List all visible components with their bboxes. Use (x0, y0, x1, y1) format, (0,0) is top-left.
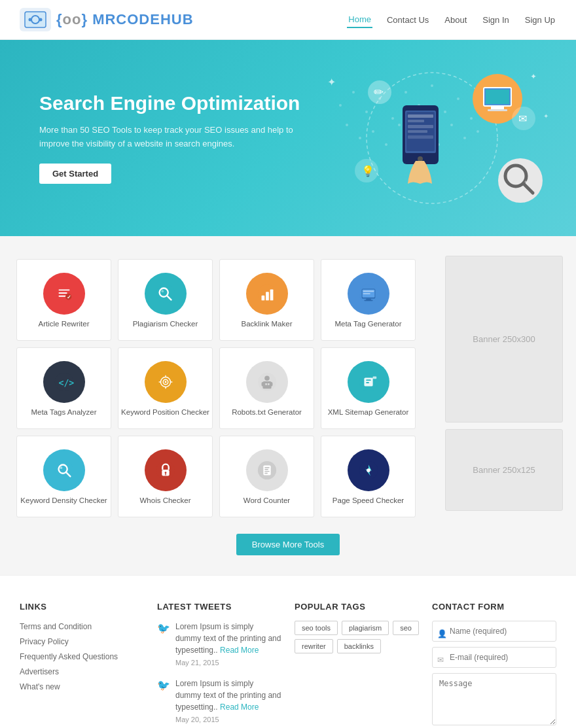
page-speed-icon (348, 449, 389, 491)
contact-name-input[interactable] (432, 621, 556, 642)
tweet-read-more-2[interactable]: Read More (220, 702, 259, 712)
svg-point-11 (431, 84, 433, 87)
svg-point-2 (29, 18, 32, 22)
svg-rect-91 (262, 381, 271, 389)
svg-rect-38 (408, 135, 433, 139)
tag-seo-tools[interactable]: seo tools (295, 621, 338, 635)
svg-rect-78 (364, 300, 372, 301)
svg-point-21 (385, 143, 387, 146)
tag-rewriter[interactable]: rewriter (295, 639, 333, 653)
hero-description: More than 50 SEO Tools to keep track you… (39, 124, 301, 151)
tweet-item-1: 🐦 Lorem Ipsum is simply dummy text of th… (157, 621, 281, 668)
svg-rect-92 (261, 382, 264, 387)
word-counter-label: Word Counter (243, 496, 290, 504)
svg-text:✉: ✉ (518, 113, 527, 124)
hero-section: Search Engine Optimization More than 50 … (0, 40, 576, 236)
contact-email-input[interactable] (432, 647, 556, 668)
svg-rect-112 (264, 467, 270, 468)
name-icon: 👤 (437, 629, 447, 638)
tool-meta-tags-analyzer[interactable]: </> Meta Tags Analyzer (16, 347, 111, 429)
footer-links-title: LINKS (20, 602, 144, 612)
whois-checker-label: Whois Checker (140, 496, 191, 504)
svg-rect-94 (265, 383, 267, 385)
tool-backlink-maker[interactable]: Backlink Maker (219, 259, 314, 341)
svg-point-5 (352, 91, 355, 94)
tweet-item-2: 🐦 Lorem Ipsum is simply dummy text of th… (157, 678, 281, 725)
xml-sitemap-label: XML Sitemap Generator (328, 408, 409, 416)
tool-meta-tag-generator[interactable]: Meta Tag Generator (321, 259, 416, 341)
contact-message-textarea[interactable] (432, 673, 556, 725)
svg-point-22 (398, 124, 401, 126)
nav-about[interactable]: About (443, 12, 468, 27)
tweet-text-1: Lorem Ipsum is simply dummy text of the … (175, 621, 281, 668)
banner-small: Banner 250x125 (445, 429, 563, 511)
nav-contact[interactable]: Contact Us (386, 12, 430, 27)
banner-large: Banner 250x300 (445, 256, 563, 423)
meta-tag-generator-label: Meta Tag Generator (334, 320, 401, 328)
keyword-density-icon (43, 449, 85, 491)
get-started-button[interactable]: Get Started (39, 164, 111, 184)
footer-link-advertisers[interactable]: Advertisers (20, 667, 59, 676)
logo-icon (20, 8, 51, 31)
tool-keyword-position[interactable]: Keyword Position Checker (118, 347, 213, 429)
footer-link-whatsnew[interactable]: What's new (20, 682, 60, 691)
footer-link-terms[interactable]: Terms and Condition (20, 622, 92, 631)
svg-rect-35 (408, 120, 424, 122)
footer-link-privacy[interactable]: Privacy Policy (20, 637, 69, 646)
tweet-date-1: May 21, 2015 (175, 657, 281, 668)
svg-point-8 (391, 117, 394, 120)
tool-plagiarism-checker[interactable]: Plagiarism Checker (118, 259, 213, 341)
svg-text:✦: ✦ (530, 72, 537, 81)
svg-rect-98 (366, 379, 371, 381)
tools-right: Banner 250x300 Banner 250x125 (445, 256, 563, 521)
hero-content: Search Engine Optimization More than 50 … (39, 92, 301, 184)
svg-rect-43 (488, 109, 507, 111)
svg-rect-36 (408, 125, 433, 128)
email-icon: ✉ (437, 655, 444, 665)
tool-whois-checker[interactable]: Whois Checker (118, 436, 213, 517)
tag-seo[interactable]: seo (393, 621, 419, 635)
svg-text:</>: </> (58, 377, 74, 387)
footer-tweets-title: LATEST TWEETS (157, 602, 281, 612)
header: {oo} MRCODEHUB Home Contact Us About Sig… (0, 0, 576, 40)
footer-link-faq[interactable]: Frequently Asked Questions (20, 652, 118, 661)
nav-home[interactable]: Home (347, 12, 372, 28)
meta-tags-analyzer-label: Meta Tags Analyzer (31, 408, 96, 416)
svg-rect-75 (363, 290, 374, 292)
tags-wrap: seo tools plagiarism seo rewriter backli… (295, 621, 419, 653)
svg-text:✓: ✓ (66, 294, 71, 300)
svg-rect-111 (263, 465, 270, 475)
keyword-position-icon (145, 361, 187, 403)
nav-signup[interactable]: Sign Up (524, 12, 556, 27)
tools-row-1: ✓ Article Rewriter (13, 256, 435, 344)
svg-rect-60 (58, 292, 67, 294)
svg-text:✦: ✦ (524, 179, 528, 185)
svg-point-90 (264, 375, 270, 381)
xml-sitemap-icon (348, 361, 389, 403)
svg-point-14 (470, 117, 473, 120)
keyword-density-label: Keyword Density Checker (20, 496, 107, 504)
svg-rect-0 (25, 12, 46, 27)
tool-page-speed[interactable]: Page Speed Checker (321, 436, 416, 517)
twitter-icon-1: 🐦 (157, 622, 170, 668)
tool-robots-txt[interactable]: Robots.txt Generator (219, 347, 314, 429)
tool-word-counter[interactable]: Word Counter (219, 436, 314, 517)
svg-point-32 (418, 156, 423, 162)
nav-signin[interactable]: Sign In (481, 12, 510, 27)
tweet-read-more-1[interactable]: Read More (220, 646, 259, 655)
svg-point-27 (463, 137, 466, 139)
logo-text: {oo} MRCODEHUB (56, 11, 194, 28)
tool-keyword-density[interactable]: Keyword Density Checker (16, 436, 111, 517)
word-counter-icon (246, 449, 288, 491)
tag-backlinks[interactable]: backlinks (337, 639, 381, 653)
meta-tags-analyzer-icon: </> (43, 361, 85, 403)
whois-checker-icon (145, 449, 187, 491)
svg-point-84 (164, 381, 166, 383)
tag-plagiarism[interactable]: plagiarism (342, 621, 389, 635)
svg-text:✦: ✦ (327, 77, 336, 88)
tool-article-rewriter[interactable]: ✓ Article Rewriter (16, 259, 111, 341)
tool-xml-sitemap[interactable]: XML Sitemap Generator (321, 347, 416, 429)
svg-rect-99 (366, 382, 369, 383)
tweet-date-2: May 20, 2015 (175, 714, 281, 725)
browse-more-button[interactable]: Browse More Tools (236, 534, 340, 555)
